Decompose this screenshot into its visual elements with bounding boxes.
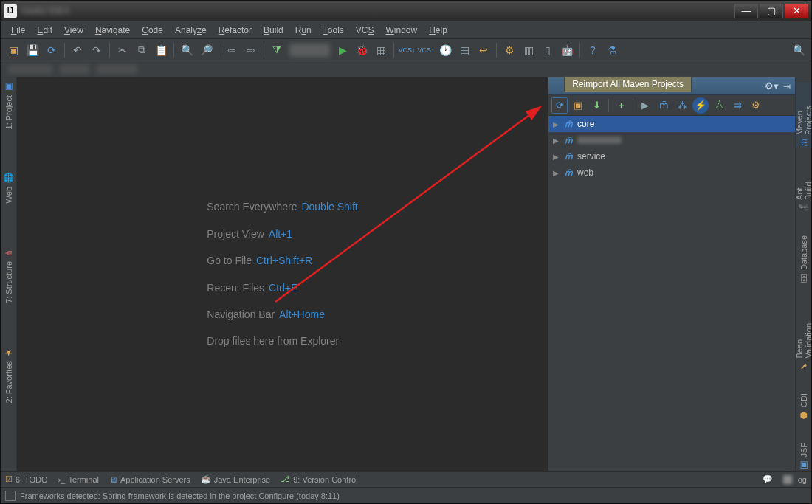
save-icon[interactable]: 💾 (24, 41, 41, 59)
tool-window-terminal[interactable]: ›_Terminal (58, 475, 99, 484)
tree-row-core[interactable]: ▶ m̄ core (548, 116, 795, 132)
close-button[interactable]: ✕ (785, 4, 808, 18)
back-icon[interactable]: ⇦ (223, 41, 241, 59)
run-config-selector[interactable] (289, 44, 330, 57)
tool-window-favorites[interactable]: 2: Favorites★ (4, 348, 14, 403)
status-bar: Frameworks detected: Spring framework is… (1, 487, 811, 503)
right-tool-stripe: mMaven Projects 🐜Ant Build 🗄Database ✔Be… (795, 77, 811, 471)
gear-icon[interactable]: ⚙▾ (765, 80, 779, 92)
breadcrumb-item[interactable] (97, 65, 137, 74)
collapse-icon[interactable]: ⇉ (729, 97, 746, 114)
tool-window-app-servers[interactable]: 🖥Application Servers (109, 475, 190, 484)
reimport-icon[interactable]: ⟳ (551, 97, 568, 114)
cut-icon[interactable]: ✂ (114, 41, 131, 59)
tool-window-todo[interactable]: ☑6: TODO (5, 474, 48, 484)
bean-icon: ✔ (799, 361, 809, 371)
bottom-right-label[interactable]: og (783, 475, 807, 484)
breadcrumb-item[interactable] (60, 65, 89, 74)
menu-tools[interactable]: Tools (317, 25, 350, 35)
project-structure-icon[interactable]: ▥ (520, 41, 537, 59)
minimize-button[interactable]: — (734, 4, 758, 18)
tool-window-jsf[interactable]: ▣JSF (799, 443, 809, 471)
open-icon[interactable]: ▣ (4, 41, 22, 59)
hide-icon[interactable]: ⇥ (783, 81, 791, 92)
maven-project-tree[interactable]: ▶ m̄ core ▶ m̄ ▶ m̄ service ▶ m̄ we (548, 116, 795, 471)
forward-icon[interactable]: ⇨ (242, 41, 260, 59)
debug-icon[interactable]: 🐞 (353, 41, 371, 59)
event-log-icon[interactable]: 💬 (763, 474, 773, 484)
redo-icon[interactable]: ↷ (88, 41, 106, 59)
tool-window-project[interactable]: 1: Project▣ (4, 82, 14, 129)
maximize-button[interactable]: ▢ (760, 4, 783, 18)
show-deps-icon[interactable]: ⧊ (711, 97, 727, 114)
chevron-right-icon[interactable]: ▶ (553, 120, 560, 128)
replace-icon[interactable]: 🔎 (197, 41, 215, 59)
menu-edit[interactable]: Edit (31, 25, 58, 35)
run-icon[interactable]: ▶ (334, 41, 351, 59)
toggle-offline-icon[interactable]: ⁂ (674, 97, 690, 114)
tree-row[interactable]: ▶ m̄ (548, 132, 795, 148)
tree-row-web[interactable]: ▶ m̄ web (548, 165, 795, 181)
tree-row-service[interactable]: ▶ m̄ service (548, 148, 795, 165)
vcs-history-icon[interactable]: 🕑 (436, 41, 454, 59)
tool-window-bean[interactable]: ✔Bean Validation (795, 305, 813, 371)
chevron-right-icon[interactable]: ▶ (553, 137, 560, 145)
status-toggle-icon[interactable] (5, 491, 16, 501)
tool-window-structure[interactable]: 7: Structure⋔ (4, 248, 14, 303)
help-icon[interactable]: ? (584, 41, 602, 59)
paste-icon[interactable]: 📋 (152, 41, 170, 59)
execute-goal-icon[interactable]: m̄ (656, 97, 672, 114)
search-everywhere-icon[interactable]: 🔍 (790, 41, 808, 59)
tool-window-maven[interactable]: mMaven Projects (795, 82, 813, 148)
maven-settings-icon[interactable]: ⚙ (748, 97, 764, 114)
hint-shortcut: Ctrl+E (269, 282, 297, 294)
vcs-commit-icon[interactable]: VCS↑ (417, 41, 435, 59)
tool-window-web[interactable]: Web🌐 (4, 173, 14, 203)
menu-view[interactable]: View (58, 25, 89, 35)
maven-tool-window: Reimport All Maven Projects ⚙▾ ⇥ ⟳ ▣ ⬇ ＋… (548, 77, 795, 471)
chevron-right-icon[interactable]: ▶ (553, 169, 560, 177)
menu-navigate[interactable]: Navigate (89, 25, 136, 35)
menu-help[interactable]: Help (423, 25, 453, 35)
sync-icon[interactable]: ⟳ (43, 41, 61, 59)
android-icon[interactable]: 🤖 (558, 41, 576, 59)
menu-window[interactable]: Window (379, 25, 423, 35)
find-icon[interactable]: 🔍 (178, 41, 196, 59)
vcs-revert-icon[interactable]: ↩ (475, 41, 492, 59)
vcs-log-icon[interactable]: ▤ (455, 41, 473, 59)
chevron-right-icon[interactable]: ▶ (553, 153, 560, 161)
tool-window-vc[interactable]: ⎇9: Version Control (281, 474, 357, 484)
tool-window-ant[interactable]: 🐜Ant Build (795, 170, 813, 213)
run-goal-icon[interactable]: ▶ (637, 97, 653, 114)
tree-label: service (577, 151, 605, 162)
hint-shortcut: Alt+1 (269, 228, 292, 240)
navigation-bar[interactable] (1, 61, 811, 77)
breadcrumb-item[interactable] (8, 65, 52, 74)
menu-analyze[interactable]: Analyze (169, 25, 213, 35)
tool-window-cdi[interactable]: ⬢CDI (799, 393, 809, 421)
project-icon: ▣ (4, 82, 14, 92)
skip-tests-icon[interactable]: ⚡ (692, 97, 709, 114)
download-icon[interactable]: ⬇ (588, 97, 605, 114)
title-bar: IJ IntelliJ IDEA — ▢ ✕ (1, 1, 811, 21)
menu-run[interactable]: Run (289, 25, 317, 35)
copy-icon[interactable]: ⧉ (133, 41, 151, 59)
menu-build[interactable]: Build (258, 25, 289, 35)
menu-vcs[interactable]: VCS (350, 25, 380, 35)
gradle-icon[interactable]: ⚗ (603, 41, 621, 59)
menu-code[interactable]: Code (136, 25, 169, 35)
vcs-update-icon[interactable]: VCS↓ (398, 41, 416, 59)
build-icon[interactable]: ⧩ (268, 41, 286, 59)
undo-icon[interactable]: ↶ (69, 41, 86, 59)
tree-label: web (577, 168, 593, 178)
tool-window-java-ee[interactable]: ☕Java Enterprise (201, 474, 270, 484)
status-message[interactable]: Frameworks detected: Spring framework is… (20, 491, 340, 500)
menu-file[interactable]: File (5, 25, 31, 35)
settings-icon[interactable]: ⚙ (500, 41, 518, 59)
menu-refactor[interactable]: Refactor (213, 25, 258, 35)
add-project-icon[interactable]: ＋ (613, 97, 629, 114)
sdk-icon[interactable]: ▯ (539, 41, 557, 59)
tool-window-database[interactable]: 🗄Database (799, 235, 809, 283)
generate-sources-icon[interactable]: ▣ (570, 97, 586, 114)
coverage-icon[interactable]: ▦ (372, 41, 390, 59)
